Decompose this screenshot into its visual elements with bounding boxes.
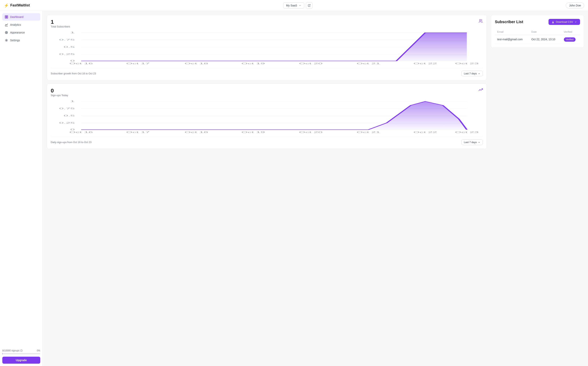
svg-text:Oct 18: Oct 18 (184, 131, 208, 133)
card-header-subscribers: 1 Total Subscribers (51, 19, 483, 30)
subscribers-chart-svg: 1 0.75 0.5 0.25 0 (51, 31, 483, 66)
svg-text:0.5: 0.5 (64, 46, 75, 48)
info-icon (20, 350, 22, 352)
signups-chart-svg: 1 0.75 0.5 0.25 0 Oct 16 Oct 17 Oct 18 O… (51, 99, 483, 135)
svg-text:Oct 18: Oct 18 (184, 62, 208, 65)
svg-rect-1 (7, 15, 8, 17)
main-content: 1 Total Subscribers (43, 11, 588, 366)
project-selector-area: My SaaS (283, 2, 312, 9)
sidebar-item-analytics[interactable]: Analytics (2, 21, 40, 28)
svg-point-5 (5, 31, 7, 34)
svg-text:Oct 20: Oct 20 (299, 62, 323, 65)
signups-chart-footer: Daily sign-ups from Oct 16 to Oct 23 Las… (51, 137, 483, 145)
project-name: My SaaS (286, 4, 297, 7)
sidebar-item-appearance[interactable]: Appearance (2, 29, 40, 36)
svg-text:0.75: 0.75 (59, 39, 75, 41)
stat-block-subscribers: 1 Total Subscribers (51, 19, 70, 30)
cell-verified: Verified (562, 35, 580, 44)
svg-text:Oct 22: Oct 22 (413, 131, 437, 133)
appearance-icon (5, 31, 8, 34)
signups-period-label: Last 7 days (464, 141, 477, 144)
topbar: ⚡ FastWaitlist My SaaS John Doe (0, 0, 588, 11)
card-header-signups: 0 Sign-ups Today (51, 88, 483, 99)
subscriber-list-header: Subscriber List Download CSV (495, 19, 580, 25)
sidebar-item-analytics-label: Analytics (10, 23, 21, 26)
layout: Dashboard Analytics Appearance (0, 11, 588, 366)
subscriber-list-card: Subscriber List Download CSV Email Date (491, 15, 584, 48)
signups-pct: 0% (37, 349, 40, 352)
subscribers-period-label: Last 7 days (464, 72, 477, 75)
subscriber-table-body: test-mail@gmail.com Oct 22, 2024, 13:10 … (495, 35, 580, 44)
svg-point-10 (21, 350, 22, 350)
dashboard-icon (5, 15, 8, 19)
trending-up-icon (478, 88, 483, 93)
col-email: Email (495, 29, 529, 35)
svg-rect-3 (7, 17, 8, 18)
total-subscribers-card: 1 Total Subscribers (47, 15, 487, 80)
sidebar: Dashboard Analytics Appearance (0, 11, 43, 366)
download-csv-label: Download CSV (556, 20, 573, 23)
svg-text:0.25: 0.25 (59, 53, 75, 55)
subscriber-list-title: Subscriber List (495, 20, 523, 24)
svg-rect-2 (5, 17, 6, 18)
analytics-icon (5, 23, 8, 26)
signups-text: 8/10000 signups (2, 349, 19, 352)
svg-rect-0 (5, 15, 6, 17)
total-subscribers-value: 1 (51, 19, 70, 25)
signups-today-card: 0 Sign-ups Today (47, 84, 487, 149)
download-icon (552, 21, 554, 23)
sidebar-item-appearance-label: Appearance (10, 31, 25, 34)
svg-text:Oct 16: Oct 16 (69, 131, 93, 133)
subscriber-table-header-row: Email Date Verified (495, 29, 580, 35)
svg-text:Oct 16: Oct 16 (69, 62, 93, 65)
settings-icon (5, 38, 8, 42)
subscriber-table: Email Date Verified test-mail@gmail.com … (495, 29, 580, 44)
chevron-down-icon-download (575, 21, 577, 23)
svg-text:Oct 19: Oct 19 (241, 62, 265, 65)
signups-chart-desc: Daily sign-ups from Oct 16 to Oct 23 (51, 141, 92, 144)
external-link-button[interactable] (306, 2, 312, 9)
stat-block-signups: 0 Sign-ups Today (51, 88, 68, 99)
col-date: Date (529, 29, 562, 35)
svg-text:0: 0 (70, 60, 75, 62)
svg-text:Oct 17: Oct 17 (126, 62, 150, 65)
svg-point-7 (6, 40, 7, 41)
download-csv-button[interactable]: Download CSV (549, 19, 580, 25)
subscribers-period-select[interactable]: Last 7 days (461, 71, 483, 76)
subscribers-chart-area: 1 0.75 0.5 0.25 0 (51, 31, 483, 66)
table-row: test-mail@gmail.com Oct 22, 2024, 13:10 … (495, 35, 580, 44)
svg-point-11 (479, 19, 481, 21)
app-name: FastWaitlist (10, 3, 30, 8)
subscriber-list-column: Subscriber List Download CSV Email Date (491, 15, 584, 362)
external-link-icon (308, 4, 310, 7)
chevron-down-icon (299, 4, 301, 7)
sidebar-bottom: 8/10000 signups 0% Upgrade (2, 349, 40, 364)
user-button[interactable]: John Doe (566, 2, 584, 8)
svg-text:Oct 19: Oct 19 (241, 131, 265, 133)
subscribers-chart-desc: Subscriber growth from Oct 16 to Oct 23 (51, 72, 96, 75)
svg-text:1: 1 (70, 100, 75, 102)
svg-text:Oct 23: Oct 23 (455, 62, 478, 65)
svg-text:Oct 17: Oct 17 (126, 131, 150, 133)
subscriber-table-head: Email Date Verified (495, 29, 580, 35)
progress-bar-background (2, 353, 40, 354)
svg-text:0: 0 (70, 129, 75, 131)
signups-period-select[interactable]: Last 7 days (461, 139, 483, 145)
signups-chart-area: 1 0.75 0.5 0.25 0 Oct 16 Oct 17 Oct 18 O… (51, 99, 483, 135)
sidebar-item-dashboard-label: Dashboard (10, 15, 23, 18)
subscribers-chart-footer: Subscriber growth from Oct 16 to Oct 23 … (51, 68, 483, 76)
total-subscribers-label: Total Subscribers (51, 25, 70, 28)
cell-email: test-mail@gmail.com (495, 35, 529, 44)
logo-icon: ⚡ (4, 3, 9, 8)
project-select[interactable]: My SaaS (283, 2, 304, 8)
svg-text:0.75: 0.75 (59, 107, 75, 110)
cell-date: Oct 22, 2024, 13:10 (529, 35, 562, 44)
sidebar-item-settings-label: Settings (10, 39, 20, 42)
upgrade-button[interactable]: Upgrade (2, 357, 40, 364)
sidebar-item-settings[interactable]: Settings (2, 37, 40, 44)
chevron-down-icon-signups (478, 141, 480, 144)
sidebar-item-dashboard[interactable]: Dashboard (2, 13, 40, 21)
signups-info: 8/10000 signups 0% (2, 349, 40, 352)
svg-text:0.5: 0.5 (64, 115, 75, 117)
svg-text:Oct 22: Oct 22 (413, 62, 437, 65)
